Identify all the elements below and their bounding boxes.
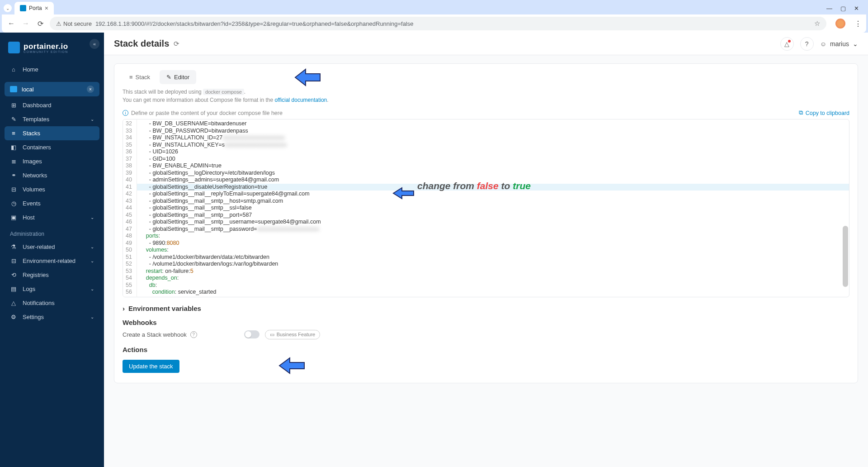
code-line[interactable]: - globalSettings__mail__smtp__port=587 [140, 212, 846, 219]
sidebar-item-notifications[interactable]: △Notifications [5, 296, 99, 310]
env-close-icon[interactable]: × [87, 86, 94, 93]
sidebar-item-volumes[interactable]: ⊟Volumes [5, 182, 99, 196]
browser-tab[interactable]: Porta × [14, 2, 54, 14]
code-body[interactable]: - BW_DB_USERNAME=bitwardenuser - BW_DB_P… [137, 119, 849, 297]
sidebar-item-containers[interactable]: ◧Containers [5, 140, 99, 154]
annotation-arrow-update [277, 353, 313, 378]
help-icon[interactable]: ? [800, 37, 814, 51]
user-menu[interactable]: ☺ marius ⌄ [820, 40, 858, 48]
sidebar-item-home[interactable]: ⌂ Home [5, 62, 99, 76]
logo-edition: COMMUNITY EDITION [24, 50, 68, 53]
code-line[interactable]: - 9890:8080 [140, 240, 846, 247]
environment-pill[interactable]: local × [5, 82, 99, 96]
sidebar-item-templates[interactable]: ✎Templates⌄ [5, 112, 99, 126]
browser-chrome: ⌄ Porta × — ▢ ✕ ← → ⟳ ⚠Not secure 192.16… [0, 0, 868, 33]
sidebar-item-images[interactable]: ≣Images [5, 154, 99, 168]
reload-icon[interactable]: ⟳ [35, 19, 45, 28]
code-line[interactable]: - BW_INSTALLATION_KEY=sxxxxxxxxxxxxxxxxx… [140, 142, 846, 149]
refresh-icon[interactable]: ⟳ [174, 40, 179, 48]
code-line[interactable]: - /volume1/docker/bitwarden/data:/etc/bi… [140, 254, 846, 261]
window-minimize-icon[interactable]: — [826, 5, 832, 12]
code-line[interactable]: - GID=100 [140, 156, 846, 163]
address-input[interactable]: ⚠Not secure 192.168.1.18:9000/#!/2/docke… [50, 17, 826, 30]
code-line[interactable]: ports: [140, 233, 846, 240]
code-line[interactable]: - BW_ENABLE_ADMIN=true [140, 162, 846, 170]
code-line[interactable]: - BW_INSTALLATION_ID=27xxxxxxxxxxxxxxxxx… [140, 134, 846, 142]
window-controls: — ▢ ✕ [826, 5, 864, 12]
profile-avatar-icon[interactable] [835, 19, 845, 29]
sidebar-item-label: Host [23, 214, 35, 221]
forward-icon[interactable]: → [21, 19, 31, 28]
window-maximize-icon[interactable]: ▢ [840, 5, 846, 12]
notifications-icon[interactable]: △ [780, 37, 794, 51]
sidebar-icon: ◷ [10, 200, 17, 207]
help-tooltip-icon[interactable]: ? [190, 331, 197, 338]
tab-close-icon[interactable]: × [45, 5, 48, 12]
code-line[interactable]: - BW_DB_USERNAME=bitwardenuser [140, 120, 846, 128]
sidebar-item-events[interactable]: ◷Events [5, 196, 99, 210]
back-icon[interactable]: ← [6, 19, 16, 28]
webhooks-heading: Webhooks [123, 319, 849, 326]
sidebar-item-user-related[interactable]: ⚗User-related⌄ [5, 240, 99, 254]
sidebar-item-environment-related[interactable]: ⊟Environment-related⌄ [5, 254, 99, 268]
code-line[interactable]: db: [140, 282, 846, 289]
list-icon: ≡ [129, 74, 133, 81]
code-line[interactable]: - globalSettings__mail__replyToEmail=sup… [140, 191, 846, 198]
webhook-toggle[interactable] [244, 330, 259, 338]
code-line[interactable]: condition: service_started [140, 289, 846, 296]
sidebar-icon: ⊟ [10, 186, 17, 193]
code-line[interactable]: - globalSettings__logDirectory=/etc/bitw… [140, 170, 846, 177]
app-root: « portainer.io COMMUNITY EDITION ⌂ Home … [0, 33, 868, 467]
address-bar: ← → ⟳ ⚠Not secure 192.168.1.18:9000/#!/2… [2, 14, 866, 33]
tab-dropdown-icon[interactable]: ⌄ [4, 4, 12, 12]
url-text: 192.168.1.18:9000/#!/2/docker/stacks/bit… [95, 20, 414, 27]
code-line[interactable]: - /volume1/docker/bitwarden/logs:/var/lo… [140, 261, 846, 268]
window-close-icon[interactable]: ✕ [854, 5, 859, 12]
portainer-logo-icon [8, 42, 20, 53]
environment-name: local [22, 86, 34, 93]
code-line[interactable]: - adminSettings__admins=supergate84@gmai… [140, 176, 846, 184]
code-line[interactable]: - BW_DB_PASSWORD=bitwardenpass [140, 128, 846, 135]
sidebar-item-networks[interactable]: ⚭Networks [5, 168, 99, 182]
code-line[interactable]: - globalSettings__mail__smtp__username=s… [140, 219, 846, 226]
actions-heading: Actions [123, 346, 849, 353]
code-editor[interactable]: 3233343536373839404142434445464748495051… [123, 119, 849, 297]
code-line[interactable]: - globalSettings__mail__smtp__host=smtp.… [140, 198, 846, 205]
code-line[interactable]: - globalSettings__disableUserRegistratio… [137, 184, 849, 191]
pencil-icon: ✎ [166, 74, 171, 81]
sidebar-item-label: Stacks [23, 130, 40, 137]
username: marius [830, 40, 849, 48]
code-line[interactable]: - globalSettings__mail__smtp__password=x… [140, 226, 846, 233]
tab-editor[interactable]: ✎ Editor [160, 70, 196, 84]
sidebar-item-label: Images [23, 158, 42, 165]
line-gutter: 3233343536373839404142434445464748495051… [123, 119, 137, 297]
chevron-down-icon: ⌄ [90, 315, 94, 319]
sidebar-item-registries[interactable]: ⟲Registries [5, 268, 99, 282]
tab-stack[interactable]: ≡ Stack [123, 70, 157, 84]
code-line[interactable]: depends_on: [140, 275, 846, 282]
copy-clipboard-button[interactable]: ⧉ Copy to clipboard [799, 110, 849, 116]
content-scroll[interactable]: ≡ Stack ✎ Editor This stack will be depl… [104, 55, 868, 467]
code-line[interactable]: restart: on-failure:5 [140, 268, 846, 275]
sidebar-item-label: Dashboard [23, 102, 52, 109]
sidebar-item-logs[interactable]: ▤Logs⌄ [5, 282, 99, 296]
bookmark-star-icon[interactable]: ☆ [814, 19, 820, 28]
tab-strip: ⌄ Porta × — ▢ ✕ [0, 0, 868, 14]
not-secure-badge: ⚠Not secure [56, 20, 92, 27]
sidebar-item-dashboard[interactable]: ⊞Dashboard [5, 98, 99, 112]
browser-menu-icon[interactable]: ⋮ [854, 19, 862, 28]
editor-scrollbar[interactable] [843, 120, 848, 296]
logo[interactable]: portainer.io COMMUNITY EDITION [5, 39, 99, 62]
sidebar-item-host[interactable]: ▣Host⌄ [5, 210, 99, 224]
update-stack-button[interactable]: Update the stack [123, 360, 179, 373]
code-line[interactable]: - UID=1026 [140, 148, 846, 156]
code-line[interactable]: volumes: [140, 247, 846, 254]
docs-link[interactable]: official documentation [274, 97, 327, 103]
chevron-down-icon: ⌄ [90, 215, 94, 220]
sidebar-collapse-icon[interactable]: « [90, 39, 99, 49]
code-line[interactable]: - globalSettings__mail__smtp__ssl=false [140, 205, 846, 212]
env-vars-toggle[interactable]: › Environment variables [123, 305, 849, 312]
sidebar-item-settings[interactable]: ⚙Settings⌄ [5, 310, 99, 324]
chevron-right-icon: › [123, 305, 125, 312]
sidebar-item-stacks[interactable]: ≡Stacks [5, 126, 99, 140]
